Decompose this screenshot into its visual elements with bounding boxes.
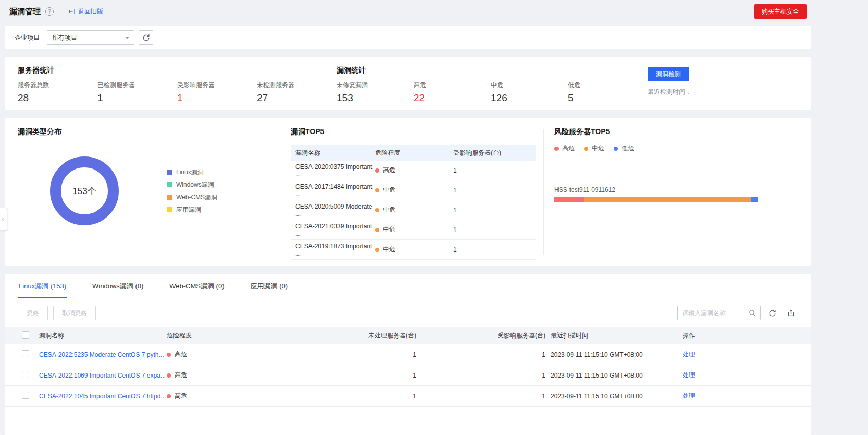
scan-time: 2023-09-11 11:15:10 GMT+08:00 [545, 393, 677, 400]
refresh-icon [142, 34, 150, 42]
medium-risk-dot-icon [375, 228, 379, 232]
row-checkbox[interactable] [22, 371, 29, 378]
bar-segment-low [751, 197, 758, 202]
top5-vuln-name: CESA-2020:5009 Moderate ... [291, 203, 375, 218]
legend-low[interactable]: 低危 [614, 144, 634, 153]
stat-medium-risk: 中危 126 [491, 81, 568, 104]
col-unhandled-servers: 未处理服务器(台) [289, 331, 416, 340]
refresh-list-button[interactable] [765, 306, 779, 320]
high-risk-dot-icon [167, 373, 171, 378]
stat-label: 低危 [568, 81, 645, 90]
legend-label: 低危 [622, 144, 634, 153]
stat-detected-servers: 已检测服务器 1 [97, 81, 177, 104]
stat-value: 1 [177, 92, 257, 104]
unignore-button[interactable]: 取消忽略 [53, 306, 96, 320]
back-to-old-link[interactable]: 返回旧版 [68, 7, 103, 16]
webcms-swatch-icon [167, 195, 172, 200]
table-row: CESA-2022:1045 Important CentOS 7 httpd.… [5, 386, 811, 407]
legend-label: Linux漏洞 [176, 168, 204, 177]
stat-label: 已检测服务器 [97, 81, 177, 90]
export-button[interactable] [784, 306, 798, 320]
top-bar: 漏洞管理 ? 返回旧版 购买主机安全 [5, 0, 811, 23]
refresh-icon [768, 309, 776, 317]
search-input[interactable] [682, 309, 749, 317]
top5-affected-count: 1 [452, 246, 536, 253]
legend-app[interactable]: 应用漏洞 [167, 206, 217, 214]
export-icon [787, 309, 795, 317]
top5-risk-cell: 中危 [375, 206, 452, 214]
page: 漏洞管理 ? 返回旧版 购买主机安全 企业项目 所有项目 服 [5, 0, 811, 435]
row-check-cell [5, 392, 39, 401]
select-all-checkbox[interactable] [22, 331, 29, 339]
row-checkbox[interactable] [22, 350, 29, 357]
windows-swatch-icon [167, 182, 172, 187]
buy-host-security-button[interactable]: 购买主机安全 [754, 4, 807, 19]
vuln-type-distribution-panel: 漏洞类型分布 153个 Linux漏洞 Windows漏洞 [5, 127, 283, 257]
legend-label: 应用漏洞 [176, 206, 201, 214]
row-checkbox[interactable] [22, 392, 29, 399]
stat-value: 5 [568, 92, 645, 104]
tab-windows-vulns[interactable]: Windows漏洞 (0) [91, 274, 144, 298]
stat-label: 服务器总数 [18, 81, 97, 90]
search-icon[interactable] [749, 309, 756, 317]
legend-medium[interactable]: 中危 [584, 144, 604, 153]
top5-row: CESA-2020:0375 Important ... 高危 1 [291, 161, 536, 180]
vuln-stat-items: 未修复漏洞 153 高危 22 中危 126 低危 5 [337, 81, 645, 104]
stat-value: 28 [18, 92, 97, 104]
legend-high[interactable]: 高危 [554, 144, 575, 153]
vuln-detect-button[interactable]: 漏洞检测 [648, 67, 689, 81]
stat-label: 受影响服务器 [177, 81, 257, 90]
handle-link[interactable]: 处理 [683, 392, 695, 400]
enterprise-project-filter: 企业项目 所有项目 [5, 26, 811, 49]
donut-chart: 153个 Linux漏洞 Windows漏洞 Web-CMS漏洞 [18, 156, 270, 225]
medium-risk-dot-icon [584, 147, 588, 151]
high-risk-dot-icon [167, 394, 171, 398]
vuln-search-box [677, 306, 761, 320]
project-select-value: 所有项目 [52, 33, 77, 42]
tab-app-vulns[interactable]: 应用漏洞 (0) [250, 274, 289, 298]
charts-card: 漏洞类型分布 153个 Linux漏洞 Windows漏洞 [5, 118, 811, 266]
top5-affected-count: 1 [452, 167, 536, 174]
handle-link[interactable]: 处理 [683, 371, 695, 379]
stat-value: 1 [97, 92, 177, 104]
stacked-bar [554, 197, 758, 202]
top5-row: CESA-2020:5009 Moderate ... 中危 1 [291, 200, 536, 220]
vuln-name-link[interactable]: CESA-2022:1069 Important CentOS 7 expa..… [39, 372, 167, 379]
legend-linux[interactable]: Linux漏洞 [167, 168, 217, 177]
unhandled-count: 1 [289, 372, 416, 379]
vuln-name-link[interactable]: CESA-2022:1045 Important CentOS 7 httpd.… [39, 393, 167, 400]
risk-label: 高危 [175, 371, 187, 380]
refresh-projects-button[interactable] [139, 30, 153, 45]
top5-row: CESA-2017:1484 Important ... 中危 1 [291, 180, 536, 200]
legend-webcms[interactable]: Web-CMS漏洞 [167, 193, 217, 202]
vuln-tabs: Linux漏洞 (153) Windows漏洞 (0) Web-CMS漏洞 (0… [5, 274, 811, 298]
side-panel-handle[interactable] [0, 208, 7, 231]
affected-count: 1 [416, 351, 545, 358]
vuln-name-link[interactable]: CESA-2022:5235 Moderate CentOS 7 pyth... [39, 351, 167, 358]
top5-row: CESA-2021:0339 Important ... 中危 1 [291, 220, 536, 240]
legend-windows[interactable]: Windows漏洞 [167, 180, 217, 189]
donut-total: 153个 [72, 185, 96, 197]
handle-link[interactable]: 处理 [683, 351, 695, 358]
help-icon[interactable]: ? [45, 7, 54, 16]
risk-cell: 高危 [167, 350, 289, 359]
risk-servers-legend: 高危 中危 低危 [554, 144, 800, 153]
tab-linux-vulns[interactable]: Linux漏洞 (153) [18, 274, 67, 298]
top5-vuln-name: CESA-2017:1484 Important ... [291, 183, 375, 198]
vuln-list-card: Linux漏洞 (153) Windows漏洞 (0) Web-CMS漏洞 (0… [5, 274, 811, 435]
col-scan-time: 最近扫描时间 [545, 331, 677, 340]
detect-area: 漏洞检测 最近检测时间： -- [648, 66, 798, 101]
high-risk-dot-icon [554, 147, 559, 151]
medium-risk-dot-icon [375, 188, 379, 192]
medium-risk-dot-icon [375, 208, 379, 212]
top5-affected-count: 1 [452, 226, 536, 234]
distribution-title: 漏洞类型分布 [18, 127, 270, 137]
statistics-card: 服务器统计 服务器总数 28 已检测服务器 1 受影响服务器 1 未检测服务器 … [5, 57, 811, 110]
row-check-cell [5, 371, 39, 380]
project-select[interactable]: 所有项目 [47, 30, 134, 45]
tab-webcms-vulns[interactable]: Web-CMS漏洞 (0) [168, 274, 225, 298]
top5-affected-count: 1 [452, 207, 536, 214]
affected-count: 1 [416, 393, 545, 400]
ignore-button[interactable]: 忽略 [18, 306, 48, 320]
col-risk-level: 危险程度 [167, 331, 289, 340]
